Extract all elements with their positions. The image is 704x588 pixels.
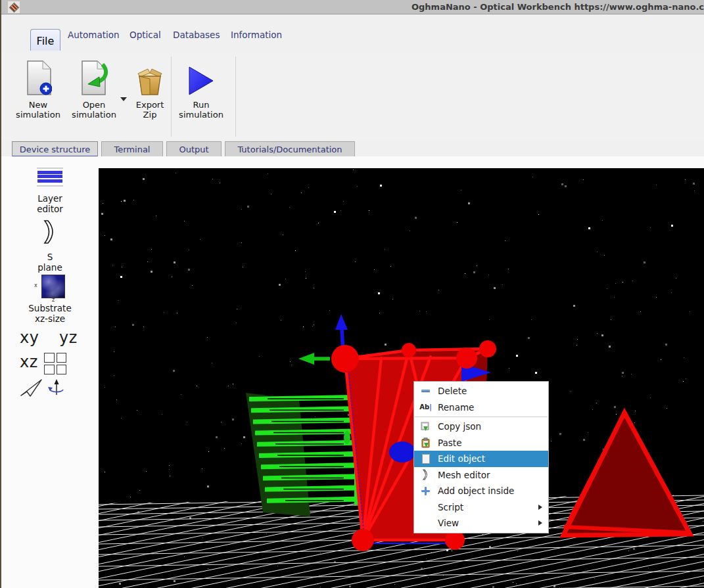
view-xz-button[interactable]: xz <box>20 353 38 371</box>
menu-item-rename[interactable]: Ab| Rename <box>414 399 548 416</box>
title-bar: OghmaNano - Optical Workbench https://ww… <box>1 0 704 14</box>
rename-icon: Ab| <box>420 401 431 413</box>
view-tab-bar: Device structure Terminal Output Tutoria… <box>1 140 704 156</box>
substrate-x-axis-label: x <box>34 283 37 288</box>
menu-tab-optical[interactable]: Optical <box>129 30 161 40</box>
viewport-3d[interactable] <box>99 168 704 588</box>
submenu-arrow-icon <box>538 520 542 526</box>
substrate-icon <box>41 275 65 298</box>
y-axis-arrow[interactable] <box>335 314 348 330</box>
scene-3d <box>99 168 704 588</box>
tool-sidebar: Layer editor S plane x z <box>1 156 99 588</box>
submenu-arrow-icon <box>538 505 542 510</box>
tab-device-structure[interactable]: Device structure <box>12 141 98 158</box>
menu-item-mesh-editor[interactable]: Mesh editor <box>414 467 548 484</box>
document-new-icon <box>13 58 63 96</box>
toolbar-separator <box>171 57 172 137</box>
new-simulation-button[interactable]: Newsimulation <box>13 58 63 120</box>
x-axis-arrow[interactable] <box>298 353 314 365</box>
menu-tab-automation[interactable]: Automation <box>68 30 120 40</box>
toolbar-separator <box>235 57 236 137</box>
menu-bar: File Automation Optical Databases Inform… <box>1 15 704 53</box>
run-simulation-button[interactable]: Runsimulation <box>176 58 226 120</box>
menu-tab-databases[interactable]: Databases <box>173 30 220 40</box>
menu-item-script[interactable]: Script <box>414 499 548 516</box>
export-box-icon <box>125 58 175 96</box>
edit-document-icon <box>420 453 431 464</box>
s-plane-button[interactable]: S plane <box>1 219 99 273</box>
paper-plane-icon <box>20 378 42 397</box>
paste-icon <box>420 437 431 448</box>
tab-output[interactable]: Output <box>166 141 222 156</box>
layer-editor-button[interactable]: Layer editor <box>1 168 99 214</box>
menu-tab-file[interactable]: File <box>30 29 60 51</box>
ribbon-toolbar: Newsimulation Opensimulation <box>1 53 704 140</box>
tab-terminal[interactable]: Terminal <box>101 141 163 156</box>
blue-sphere-handle[interactable] <box>389 441 415 463</box>
menu-item-add-object-inside[interactable]: Add object inside <box>414 483 548 499</box>
menu-item-delete[interactable]: Delete <box>414 383 548 399</box>
view-xy-button[interactable]: xy <box>20 328 39 347</box>
plus-icon <box>420 486 431 497</box>
menu-item-edit-object[interactable]: Edit object <box>414 451 548 467</box>
oghmanano-logo-icon <box>8 1 20 13</box>
mesh-icon <box>420 469 431 480</box>
copy-icon <box>420 421 431 432</box>
minus-icon <box>420 386 431 397</box>
rotate-icon <box>47 378 66 397</box>
fly-through-button[interactable] <box>20 378 42 399</box>
layers-icon <box>37 168 63 187</box>
menu-separator <box>415 417 548 417</box>
menu-tab-information[interactable]: Information <box>231 30 282 40</box>
red-pyramid-object <box>563 413 690 535</box>
open-simulation-button[interactable]: Opensimulation <box>69 58 119 120</box>
export-zip-button[interactable]: ExportZip <box>125 58 175 120</box>
substrate-z-axis-label: z <box>52 297 55 303</box>
window-title: OghmaNano - Optical Workbench https://ww… <box>411 2 704 12</box>
grid-view-button[interactable] <box>44 353 66 374</box>
context-menu: Delete Ab| Rename Copy json Paste Edit o… <box>413 381 549 533</box>
menu-item-view[interactable]: View <box>414 515 548 531</box>
app-window: OghmaNano - Optical Workbench https://ww… <box>0 0 704 588</box>
tab-tutorials-documentation[interactable]: Tutorials/Documentation <box>225 141 355 156</box>
document-open-icon <box>69 58 119 96</box>
s-plane-icon <box>43 219 57 244</box>
view-yz-button[interactable]: yz <box>59 328 78 347</box>
rotate-view-button[interactable] <box>47 378 66 399</box>
green-handle[interactable] <box>344 431 350 444</box>
substrate-xz-size-button[interactable]: x z Substrate xz-size <box>1 273 99 324</box>
menu-item-paste[interactable]: Paste <box>414 435 548 451</box>
play-icon <box>176 58 226 96</box>
menu-item-copy-json[interactable]: Copy json <box>414 418 548 435</box>
